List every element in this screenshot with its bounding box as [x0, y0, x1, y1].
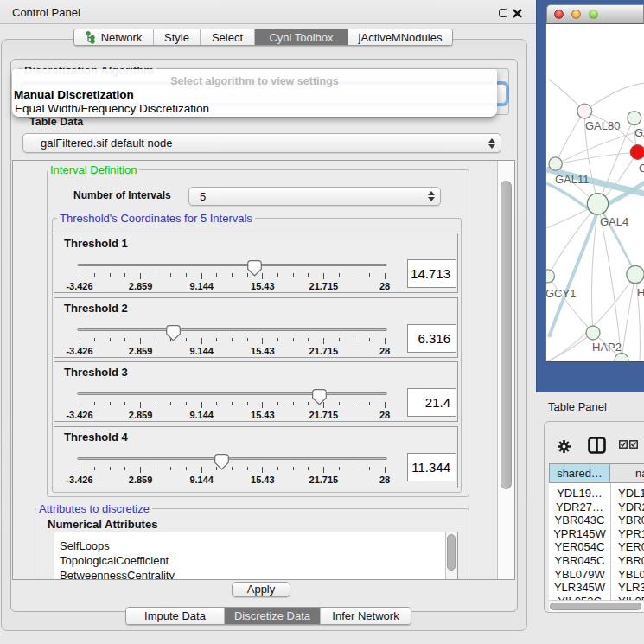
svg-text:CRP1: CRP1	[639, 162, 644, 175]
svg-text:GCY1: GCY1	[546, 287, 576, 300]
svg-text:GAL4: GAL4	[634, 126, 644, 139]
svg-text:HIS: HIS	[637, 286, 644, 299]
svg-text:GAL80: GAL80	[585, 119, 620, 132]
svg-text:GAL4: GAL4	[600, 215, 628, 228]
svg-text:GAL11: GAL11	[555, 173, 590, 186]
svg-text:HAP2: HAP2	[592, 341, 622, 354]
